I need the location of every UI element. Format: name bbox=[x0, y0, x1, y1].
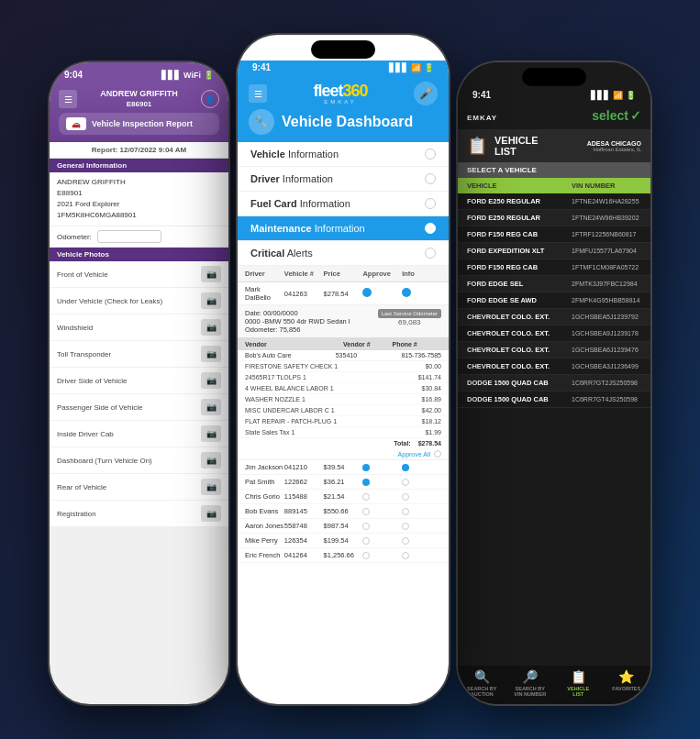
last-service-btn[interactable]: Last Service Odometer bbox=[378, 309, 441, 318]
wo-header: Driver Vehicle # Price Approve Info bbox=[238, 266, 449, 282]
veh-row-11[interactable]: CHEVROLET COLO. EXT. 1GCHSBEA3J1236499 bbox=[458, 358, 650, 375]
sdr-7-price: $1,256.66 bbox=[324, 551, 363, 559]
nav-favorites-label: FAVORITES bbox=[612, 686, 640, 691]
user-name: ANDREW GRIFFITH bbox=[77, 89, 201, 100]
menu-icon[interactable]: ☰ bbox=[59, 90, 77, 108]
photo-thumb-3[interactable]: 📷 bbox=[201, 319, 221, 336]
veh-name-2: FORD E250 REGULAR bbox=[467, 214, 572, 222]
select-label: select bbox=[592, 108, 628, 123]
wo-main-row: Mark DaiBello 041263 $278.54 bbox=[238, 282, 449, 305]
right-screen: 9:41 ▋▋▋ 📶 🔋 EMKAY select ✓ bbox=[458, 62, 650, 704]
veh-row-5[interactable]: FORD F150 REG CAB 1FTMF1CM08FA05722 bbox=[458, 259, 650, 276]
veh-row-8[interactable]: CHEVROLET COLO. EXT. 1GCHSBEA5J1239792 bbox=[458, 309, 650, 325]
center-status-bar: 9:41 ▋▋▋ 📶 🔋 bbox=[238, 61, 449, 76]
veh-row-10[interactable]: CHEVROLET COLO. EXT. 1GCHSBEA6J1239476 bbox=[458, 342, 650, 358]
li-row-6: FLAT REPAIR - PATCH-PLUG 1$18.12 bbox=[238, 416, 449, 427]
photo-thumb-2[interactable]: 📷 bbox=[201, 292, 221, 309]
nav-vin[interactable]: 🔎 SEARCH BYVIN NUMBER bbox=[506, 669, 555, 697]
right-time: 9:41 bbox=[472, 90, 491, 100]
menu-alerts[interactable]: Critical Alerts bbox=[238, 241, 449, 266]
emkay-label: EMKAY bbox=[467, 114, 497, 122]
sdr-5-approve bbox=[362, 523, 370, 530]
sdr-7-driver: Eric French bbox=[245, 551, 284, 559]
photo-thumb-1[interactable]: 📷 bbox=[201, 266, 221, 282]
nav-auction[interactable]: 🔍 SEARCH BYAUCTION bbox=[458, 669, 506, 697]
sdr-5-driver: Aaron Jones bbox=[245, 522, 284, 530]
center-battery: 🔋 bbox=[424, 63, 434, 72]
veh-vin-11: 1GCHSBEA3J1236499 bbox=[572, 363, 641, 370]
sdr-5: Aaron Jones 558748 $987.54 bbox=[238, 519, 449, 534]
odometer-input[interactable] bbox=[97, 230, 161, 243]
veh-row-2[interactable]: FORD E250 REGULAR 1FTNE24W96HB39202 bbox=[458, 210, 650, 226]
dynamic-island bbox=[311, 40, 375, 59]
vendor-row: Bob's Auto Care 535410 815-736-7585 bbox=[238, 350, 449, 361]
veh-row-13[interactable]: DODGE 1500 QUAD CAB 1C6RR7GT4JS250598 bbox=[458, 392, 650, 408]
center-status-icons: ▋▋▋ 📶 🔋 bbox=[389, 63, 434, 72]
veh-name-12: DODGE 1500 QUAD CAB bbox=[467, 379, 572, 387]
right-header: EMKAY select ✓ bbox=[458, 104, 650, 129]
nav-vehicle-list[interactable]: 📋 VEHICLELIST bbox=[554, 669, 603, 697]
photo-thumb-7[interactable]: 📷 bbox=[201, 425, 221, 442]
table-header: VEHICLE VIN NUMBER bbox=[458, 178, 650, 193]
veh-row-12[interactable]: DODGE 1500 QUAD CAB 1C6RR7GT2JS250598 bbox=[458, 375, 650, 392]
auction-icon: 🔍 bbox=[474, 669, 490, 684]
photo-thumb-9[interactable]: 📷 bbox=[201, 479, 221, 495]
menu-vehicle[interactable]: Vehicle Information bbox=[238, 142, 449, 167]
veh-name-10: CHEVROLET COLO. EXT. bbox=[467, 346, 572, 354]
sdr-1: Jim Jackson 041210 $39.54 bbox=[238, 460, 449, 475]
menu-driver[interactable]: Driver Information bbox=[238, 167, 449, 192]
menu-fuelcard[interactable]: Fuel Card Information bbox=[238, 192, 449, 216]
left-time: 9:04 bbox=[64, 70, 83, 80]
photo-thumb-6[interactable]: 📷 bbox=[201, 399, 221, 415]
wo-col-info: Info bbox=[402, 270, 441, 278]
user-id: E86901 bbox=[77, 100, 201, 109]
veh-row-9[interactable]: CHEVROLET COLO. EXT. 1GCHSBEA9J1239178 bbox=[458, 325, 650, 342]
photo-thumb-8[interactable]: 📷 bbox=[201, 452, 221, 469]
vendor-col-name: Vendor bbox=[245, 341, 343, 347]
sdr-3-vehicle: 115488 bbox=[284, 492, 324, 501]
wo-vehicle: 041263 bbox=[284, 290, 324, 298]
menu-vehicle-dot bbox=[425, 149, 436, 160]
photo-label-9: Rear of Vehicle bbox=[57, 483, 106, 491]
fleet-logo-group: ☰ bbox=[249, 84, 267, 103]
veh-row-4[interactable]: FORD EXPEDITION XLT 1FMFU15577LA67904 bbox=[458, 243, 650, 259]
right-status-bar: 9:41 ▋▋▋ 📶 🔋 bbox=[458, 88, 650, 104]
li-desc-5: MISC UNDERCAR LABOR C 1 bbox=[245, 407, 335, 414]
menu-fuelcard-label: Fuel Card Information bbox=[250, 198, 350, 209]
veh-row-3[interactable]: FORD F150 REG CAB 1FTRF12256NB60817 bbox=[458, 226, 650, 243]
photo-label-7: Inside Driver Cab bbox=[57, 430, 114, 438]
approve-all-row[interactable]: Approve All bbox=[238, 448, 449, 459]
approve-all-dot bbox=[434, 450, 441, 458]
photo-thumb-10[interactable]: 📷 bbox=[201, 505, 221, 522]
sdr-2: Pat Smith 122662 $36.21 bbox=[238, 475, 449, 490]
wo-price: $278.54 bbox=[324, 290, 363, 298]
left-phone: 9:04 ▋▋▋ WiFi 🔋 ☰ ANDREW GRIFFITH E86901… bbox=[50, 62, 228, 704]
li-desc-3: 4 WHEEL BALANCE LABOR 1 bbox=[245, 385, 334, 392]
col-vehicle-header: VEHICLE bbox=[467, 182, 572, 190]
menu-maintenance-label: Maintenance Information bbox=[250, 223, 365, 234]
veh-vin-6: 2FMTK3J97FBC12984 bbox=[572, 281, 641, 287]
fleet-logo-row: ☰ fleet360 EMKAY 🎤 bbox=[249, 82, 438, 105]
approve-all-label: Approve All bbox=[398, 451, 430, 458]
sdr-3: Chris Gorio 115488 $21.54 bbox=[238, 490, 449, 504]
nav-favorites[interactable]: ⭐ FAVORITES bbox=[603, 669, 651, 697]
menu-alerts-label: Critical Alerts bbox=[250, 248, 313, 259]
mic-button[interactable]: 🎤 bbox=[414, 82, 438, 105]
veh-row-1[interactable]: FORD E250 REGULAR 1FTNE24W16HA28255 bbox=[458, 193, 650, 210]
wifi-icon: WiFi bbox=[183, 71, 201, 80]
menu-items: Vehicle Information Driver Information F… bbox=[238, 142, 449, 266]
veh-vin-3: 1FTRF12256NB60817 bbox=[572, 231, 641, 237]
veh-row-6[interactable]: FORD EDGE SEL 2FMTK3J97FBC12984 bbox=[458, 276, 650, 292]
sdr-7: Eric French 041264 $1,256.66 bbox=[238, 548, 449, 563]
photo-thumb-4[interactable]: 📷 bbox=[201, 346, 221, 362]
vin-icon: 🔎 bbox=[522, 669, 538, 684]
veh-row-7[interactable]: FORD EDGE SE AWD 2FMPK4G95HBB58814 bbox=[458, 292, 650, 309]
sdr-3-info bbox=[402, 493, 409, 501]
wo-col-driver: Driver bbox=[245, 270, 284, 278]
veh-vin-10: 1GCHSBEA6J1239476 bbox=[572, 347, 641, 353]
vd-date: Date: 00/00/0000 bbox=[245, 309, 350, 317]
photo-thumb-5[interactable]: 📷 bbox=[201, 372, 221, 389]
center-menu-icon[interactable]: ☰ bbox=[249, 84, 267, 103]
photo-row-2: Under Vehicle (Check for Leaks) 📷 bbox=[50, 288, 228, 314]
menu-maintenance[interactable]: Maintenance Information bbox=[238, 216, 449, 241]
